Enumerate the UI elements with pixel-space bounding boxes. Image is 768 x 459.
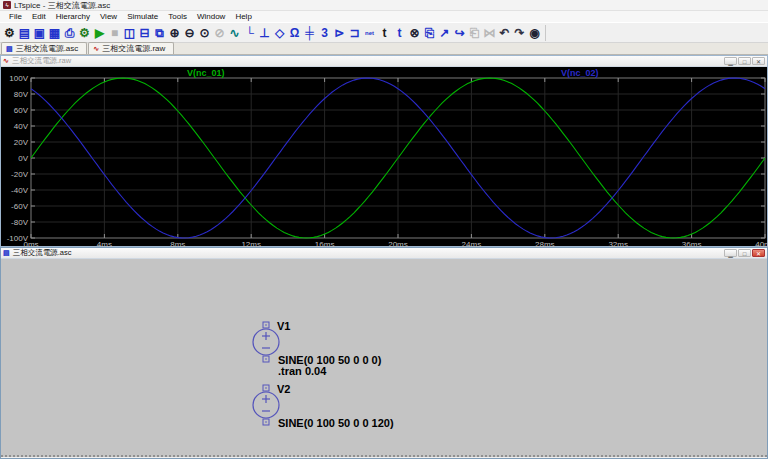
schematic-window: ▤ 三相交流電源.asc ▁ □ ✕ V1SINE(0 100 50 0 0 0… [0, 247, 768, 459]
schematic-close-button[interactable]: ✕ [752, 249, 765, 257]
waveform-window: ∿ 三相交流電源.raw ▁ □ ✕ V(nc_01)V(nc_02)100V8… [0, 55, 768, 247]
drag-icon[interactable]: ↪ [452, 24, 467, 41]
schematic-maximize-button[interactable]: □ [738, 249, 751, 257]
redo-icon[interactable]: ↷ [512, 24, 527, 41]
tab-waveform-label: 三相交流電源.raw [102, 43, 165, 54]
schematic-canvas[interactable]: V1SINE(0 100 50 0 0 0)V2SINE(0 100 50 0 … [1, 259, 767, 457]
capacitor-icon[interactable]: ╪ [302, 24, 317, 41]
y-axis-tick: 20V [1, 138, 28, 147]
spice-netlist-icon[interactable]: net [362, 24, 377, 41]
tab-waveform-icon: ∿ [93, 45, 99, 53]
waveform-window-titlebar[interactable]: ∿ 三相交流電源.raw ▁ □ ✕ [1, 56, 767, 67]
menu-hierarchy[interactable]: Hierarchy [51, 12, 95, 21]
zoom-previous-icon: ⊘ [212, 24, 227, 41]
spice-directive-icon[interactable]: t [392, 24, 407, 41]
wire-icon[interactable]: └ [242, 24, 257, 41]
open-folder-icon[interactable]: ▣ [32, 24, 47, 41]
menu-bar: FileEditHierarchyViewSimulateToolsWindow… [0, 11, 768, 22]
duplicate-icon[interactable]: ⎘ [422, 24, 437, 41]
ground-icon[interactable]: ⊥ [257, 24, 272, 41]
net-label-icon[interactable]: ◇ [272, 24, 287, 41]
y-axis-tick: -20V [1, 170, 28, 179]
y-axis-tick: 80V [1, 90, 28, 99]
inductor-icon[interactable]: 3 [317, 24, 332, 41]
save-icon[interactable]: ▦ [47, 24, 62, 41]
paste-icon: ⎗ [467, 24, 482, 41]
control-panel-icon[interactable]: ⚙ [77, 24, 92, 41]
menu-view[interactable]: View [95, 12, 122, 21]
zoom-in-icon[interactable]: ⊕ [167, 24, 182, 41]
schematic-minimize-button[interactable]: ▁ [724, 249, 737, 257]
delete-icon[interactable]: ⊗ [407, 24, 422, 41]
text-icon[interactable]: t [377, 24, 392, 41]
tab-bar: ▤三相交流電源.asc∿三相交流電源.raw [0, 43, 768, 55]
resistor-icon[interactable]: Ω [287, 24, 302, 41]
diode-icon[interactable]: ⊳ [332, 24, 347, 41]
menu-help[interactable]: Help [230, 12, 256, 21]
halt-icon: ■ [107, 24, 122, 41]
waveform-window-title: 三相交流電源.raw [12, 56, 721, 66]
schematic-window-titlebar[interactable]: ▤ 三相交流電源.asc ▁ □ ✕ [1, 248, 767, 259]
find-icon[interactable]: ◉ [527, 24, 542, 41]
y-axis-tick: -80V [1, 218, 28, 227]
y-axis-tick: 100V [1, 74, 28, 83]
run-icon[interactable]: ▶ [92, 24, 107, 41]
zoom-full-icon[interactable]: ⊙ [197, 24, 212, 41]
menu-tools[interactable]: Tools [163, 12, 192, 21]
tab-waveform[interactable]: ∿三相交流電源.raw [88, 42, 174, 54]
cascade-windows-icon[interactable]: ⧉ [152, 24, 167, 41]
move-icon[interactable]: ↗ [437, 24, 452, 41]
waveform-file-icon: ∿ [3, 57, 9, 65]
component-ref-V2[interactable]: V2 [277, 383, 290, 395]
waveform-minimize-button[interactable]: ▁ [724, 57, 737, 65]
trace-label-V(nc_02)[interactable]: V(nc_02) [561, 68, 599, 78]
ltspice-app-icon: ϟ [3, 1, 11, 9]
y-axis-tick: -40V [1, 186, 28, 195]
autorange-waveform-icon[interactable]: ∿ [227, 24, 242, 41]
y-axis-tick: 40V [1, 122, 28, 131]
y-axis-tick: 60V [1, 106, 28, 115]
new-schematic-icon[interactable]: ▤ [17, 24, 32, 41]
waveform-plot[interactable]: V(nc_01)V(nc_02)100V80V60V40V20V0V-20V-4… [1, 67, 767, 246]
component-ref-V1[interactable]: V1 [277, 320, 290, 332]
print-icon[interactable]: ⎙ [62, 24, 77, 41]
menu-simulate[interactable]: Simulate [122, 12, 163, 21]
tab-schematic-label: 三相交流電源.asc [16, 43, 79, 54]
window-title: LTspice - 三相交流電源.asc [14, 0, 110, 11]
zoom-out-icon[interactable]: ⊖ [182, 24, 197, 41]
y-axis-tick: -60V [1, 202, 28, 211]
y-axis-tick: 0V [1, 154, 28, 163]
component-icon[interactable]: ⊐ [347, 24, 362, 41]
mirror-icon: ⋈ [482, 24, 497, 41]
schematic-window-title: 三相交流電源.asc [13, 248, 721, 258]
menu-file[interactable]: File [4, 12, 27, 21]
menu-edit[interactable]: Edit [27, 12, 51, 21]
tab-schematic-icon: ▤ [6, 45, 13, 53]
tab-schematic[interactable]: ▤三相交流電源.asc [1, 42, 87, 54]
waveform-close-button[interactable]: ✕ [752, 57, 765, 65]
undo-icon[interactable]: ↶ [497, 24, 512, 41]
toolbar: ⚙▤▣▦⎙⚙▶■◫⊟⧉⊕⊖⊙⊘∿└⊥◇Ω╪3⊳⊐nettt⊗⎘↗↪⎗⋈↶↷◉ [0, 22, 768, 43]
waveform-maximize-button[interactable]: □ [738, 57, 751, 65]
waveform-svg [1, 67, 767, 246]
tile-vertical-icon[interactable]: ◫ [122, 24, 137, 41]
component-value-V2[interactable]: SINE(0 100 50 0 0 120) [278, 417, 394, 429]
spice-directive-text[interactable]: .tran 0.04 [278, 365, 326, 377]
tile-horizontal-icon[interactable]: ⊟ [137, 24, 152, 41]
gear-icon[interactable]: ⚙ [2, 24, 17, 41]
trace-label-V(nc_01)[interactable]: V(nc_01) [187, 68, 225, 78]
menu-window[interactable]: Window [192, 12, 230, 21]
main-titlebar[interactable]: ϟ LTspice - 三相交流電源.asc [0, 0, 768, 11]
schematic-file-icon: ▤ [3, 249, 10, 257]
toolbar-separator [545, 25, 546, 41]
